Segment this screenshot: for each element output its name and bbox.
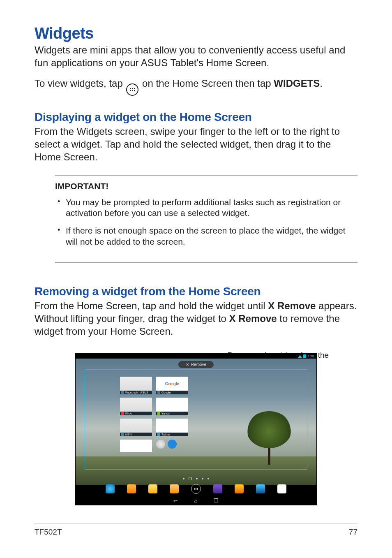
status-bar: 2:58 <box>298 354 316 359</box>
dock-app-icon[interactable] <box>235 484 244 493</box>
widget-caption: Yahoo! <box>161 412 171 415</box>
x-remove-keyword: X Remove <box>268 300 316 311</box>
widgets-keyword: WIDGETS <box>274 78 320 89</box>
remove-body: From the Home Screen, tap and hold the w… <box>35 300 357 338</box>
display-body: From the Widgets screen, swipe your fing… <box>35 125 357 163</box>
widget-caption: Facebook - ASUS <box>125 391 148 394</box>
widget-preview[interactable]: Flickr <box>120 398 152 415</box>
subheading-remove: Removing a widget from the Home Screen <box>35 285 357 298</box>
important-box: IMPORTANT! You may be prompted to perfor… <box>55 175 357 263</box>
dock-play-icon[interactable] <box>256 484 265 493</box>
footer-model: TF502T <box>35 528 62 537</box>
widget-preview[interactable]: Facebook - ASUS <box>120 377 152 394</box>
google-logo: Google <box>165 382 179 386</box>
system-nav-bar: ⤺ ⌂ ❐ <box>76 496 316 505</box>
intro-text: Widgets are mini apps that allow you to … <box>35 44 357 69</box>
widget-preview-small[interactable] <box>168 440 177 449</box>
page-indicator <box>183 477 209 480</box>
text-fragment: From the Home Screen, tap and hold the w… <box>35 300 268 311</box>
widget-caption: Twitter <box>161 433 170 436</box>
status-time: 2:58 <box>307 354 314 358</box>
dock-files-icon[interactable] <box>170 484 179 493</box>
dock-browser-icon[interactable] <box>106 484 115 493</box>
page-footer: TF502T 77 <box>35 523 357 537</box>
widget-preview[interactable] <box>120 440 152 452</box>
battery-icon <box>303 354 306 358</box>
selection-outline <box>85 369 307 470</box>
back-icon[interactable]: ⤺ <box>173 498 178 504</box>
subheading-display: Displaying a widget on the Home Screen <box>35 111 357 124</box>
close-icon: ✕ <box>186 362 189 367</box>
widget-preview[interactable]: MSN <box>120 419 152 436</box>
apps-grid-icon <box>126 83 138 96</box>
remove-drop-target[interactable]: ✕ Remove <box>178 361 214 368</box>
widget-caption: MSN <box>125 433 132 436</box>
widget-caption: Flickr <box>125 412 132 415</box>
page-title: Widgets <box>35 25 357 42</box>
important-label: IMPORTANT! <box>55 181 357 191</box>
widget-preview[interactable]: Yahoo! <box>156 398 188 415</box>
recents-icon[interactable]: ❐ <box>214 498 219 504</box>
text-fragment: To view widgets, tap <box>35 78 125 89</box>
widget-preview-small[interactable] <box>156 440 165 449</box>
apps-drawer-icon[interactable] <box>191 484 201 494</box>
wifi-icon <box>298 355 302 358</box>
widget-preview[interactable]: Twitter <box>156 419 188 436</box>
dock <box>76 482 316 496</box>
x-remove-keyword: X Remove <box>229 313 277 324</box>
view-widgets-line: To view widgets, tap on the Home Screen … <box>35 77 357 96</box>
important-item: If there is not enough space on the scre… <box>55 225 357 248</box>
dock-app-icon[interactable] <box>127 484 136 493</box>
widget-grid: Facebook - ASUS GoogleGoogle Flickr Yaho… <box>120 377 188 452</box>
home-icon[interactable]: ⌂ <box>194 498 198 504</box>
dock-app-icon[interactable] <box>213 484 222 493</box>
screenshot-illustration: Removes the widget from the Home Screen … <box>75 353 317 505</box>
widget-preview[interactable]: GoogleGoogle <box>156 377 188 394</box>
tablet-screenshot: 2:58 ✕ Remove Facebook - ASUS GoogleGoog… <box>75 353 317 505</box>
dock-mail-icon[interactable] <box>148 484 157 493</box>
footer-page-number: 77 <box>349 528 357 537</box>
important-item: You may be prompted to perform additiona… <box>55 197 357 219</box>
remove-label: Remove <box>191 362 206 367</box>
widget-caption: Google <box>161 391 171 394</box>
text-fragment: . <box>320 78 323 89</box>
text-fragment: on the Home Screen then tap <box>142 78 274 89</box>
dock-gmail-icon[interactable] <box>277 484 286 493</box>
home-page-indicator-icon <box>189 477 192 480</box>
